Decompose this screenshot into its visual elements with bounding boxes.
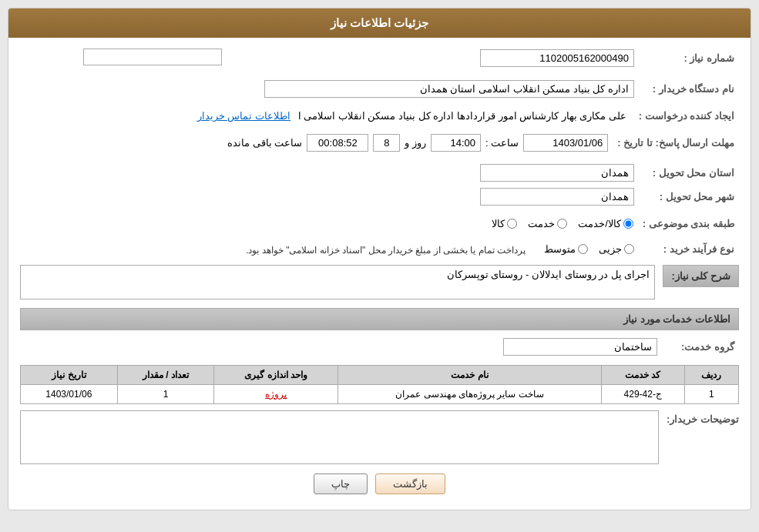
mohlat-roz-box: 8	[373, 134, 400, 152]
sharh-header: شرح کلی نیاز:	[663, 265, 739, 287]
services-table: ردیف کد خدمت نام خدمت واحد اندازه گیری ت…	[20, 365, 739, 404]
name-dastgah-label: نام دستگاه خریدار :	[639, 77, 739, 101]
sharh-box-wrapper	[20, 265, 655, 302]
mottaset-label: متوسط	[544, 243, 576, 255]
announce-box	[83, 49, 222, 65]
page-title: جزئیات اطلاعات نیاز	[331, 16, 428, 29]
info-table-dastgah: نام دستگاه خریدار : اداره کل بنیاد مسکن …	[20, 77, 739, 101]
info-table-top: شماره نیاز : 1102005162000490	[20, 45, 739, 71]
announce-value	[20, 45, 227, 71]
card-header: جزئیات اطلاعات نیاز	[8, 8, 751, 38]
col-code: کد خدمت	[601, 366, 684, 385]
mohlat-roz-label: روز و	[405, 137, 426, 149]
khadamat-label: خدمت	[528, 218, 555, 229]
footer-buttons: بازگشت چاپ	[20, 473, 739, 502]
info-table-tabaqe: طبقه بندی موضوعی : کالا/خدمت خدمت	[20, 215, 739, 233]
radio-kala[interactable]: کالا	[492, 218, 517, 229]
purchase-note: پرداخت تمام یا بخشی از مبلغ خریدار محل "…	[246, 245, 526, 256]
main-card: جزئیات اطلاعات نیاز شماره نیاز : 1102005…	[8, 8, 751, 510]
ostan-value: همدان	[20, 161, 639, 185]
col-name: نام خدمت	[338, 366, 601, 385]
tozihat-label: توضیحات خریدار:	[667, 410, 739, 425]
shahr-value: همدان	[20, 185, 639, 209]
mohlat-remaining-label: ساعت باقی مانده	[227, 137, 302, 149]
col-date: تاریخ نیاز	[21, 366, 118, 385]
shahr-box: همدان	[480, 188, 634, 206]
tabaqe-label: طبقه بندی موضوعی :	[638, 215, 739, 233]
back-button[interactable]: بازگشت	[375, 473, 445, 494]
name-dastgah-value: اداره کل بنیاد مسکن انقلاب اسلامی استان …	[20, 77, 639, 101]
shomara-niaz-value: 1102005162000490	[411, 45, 639, 71]
jozii-label: جزیی	[599, 243, 622, 255]
ostan-box: همدان	[480, 164, 634, 182]
radio-mottaset[interactable]: متوسط	[544, 243, 588, 255]
services-section-header: اطلاعات خدمات مورد نیاز	[20, 308, 739, 330]
tozihat-textarea[interactable]	[20, 410, 659, 464]
table-cell-4: 1	[117, 385, 214, 404]
name-dastgah-box: اداره کل بنیاد مسکن انقلاب اسلامی استان …	[264, 80, 634, 98]
grooh-value: ساختمان	[20, 335, 662, 359]
mohlat-countdown-box: 00:08:52	[307, 134, 368, 152]
table-cell-5: 1403/01/06	[21, 385, 118, 404]
table-row: 1ج-42-429ساخت سایر پروژه‌های مهندسی عمرا…	[21, 385, 739, 404]
ijad-value: علی مکاری بهار کارشناس امور قراردادها اد…	[20, 107, 631, 125]
radio-khadamat[interactable]: خدمت	[528, 218, 567, 229]
info-table-ostan: استان محل تحویل : همدان شهر محل تحویل : …	[20, 161, 739, 209]
table-cell-3: پروژه	[214, 385, 338, 404]
col-count: تعداد / مقدار	[117, 366, 214, 385]
kala-khadamat-label: کالا/خدمت	[578, 218, 621, 229]
info-table-ijad: ایجاد کننده درخواست : علی مکاری بهار کار…	[20, 107, 739, 125]
announce-label	[227, 45, 381, 71]
info-table-farayand: نوع فرآیند خرید : جزیی متوسط پرداخت	[20, 239, 739, 259]
shomara-niaz-label: شماره نیاز :	[639, 45, 739, 71]
grooh-label: گروه خدمت:	[662, 335, 739, 359]
shahr-label: شهر محل تحویل :	[639, 185, 739, 209]
sharh-row: شرح کلی نیاز:	[20, 265, 739, 302]
nooe-farayand-label: نوع فرآیند خرید :	[639, 239, 739, 259]
mohlat-label: مهلت ارسال پاسخ: تا تاریخ :	[613, 131, 739, 155]
kala-label: کالا	[492, 218, 505, 229]
table-cell-0: 1	[684, 385, 738, 404]
mohlat-date-box: 1403/01/06	[523, 134, 608, 152]
info-table-mohlat: مهلت ارسال پاسخ: تا تاریخ : 1403/01/06 س…	[20, 131, 739, 155]
table-cell-1: ج-42-429	[601, 385, 684, 404]
mohlat-saat-box: 14:00	[431, 134, 481, 152]
card-body: شماره نیاز : 1102005162000490 نام دستگاه…	[8, 38, 751, 510]
col-radif: ردیف	[684, 366, 738, 385]
radio-jozii[interactable]: جزیی	[599, 243, 634, 255]
info-table-grooh: گروه خدمت: ساختمان	[20, 335, 739, 359]
shomara-niaz-box: 1102005162000490	[480, 49, 634, 67]
col-unit: واحد اندازه گیری	[214, 366, 338, 385]
mohlat-values: 1403/01/06 ساعت : 14:00 روز و 8 00:08:52…	[20, 131, 613, 155]
farayand-content: جزیی متوسط پرداخت تمام یا بخشی از مبلغ خ…	[20, 239, 639, 259]
ijad-text: علی مکاری بهار کارشناس امور قراردادها اد…	[298, 110, 626, 122]
ijad-label: ایجاد کننده درخواست :	[631, 107, 739, 125]
radio-kala-khadamat[interactable]: کالا/خدمت	[578, 218, 633, 229]
table-cell-2: ساخت سایر پروژه‌های مهندسی عمران	[338, 385, 601, 404]
print-button[interactable]: چاپ	[314, 473, 368, 494]
ostan-label: استان محل تحویل :	[639, 161, 739, 185]
page-wrapper: جزئیات اطلاعات نیاز شماره نیاز : 1102005…	[0, 0, 759, 532]
mohlat-saat-label: ساعت :	[485, 137, 519, 149]
grooh-box: ساختمان	[503, 338, 657, 356]
tozihat-row: توضیحات خریدار:	[20, 410, 739, 464]
tabaqe-radios: کالا/خدمت خدمت کالا	[20, 215, 638, 233]
ijad-link[interactable]: اطلاعات تماس خریدار	[197, 110, 291, 122]
sharh-textarea[interactable]	[20, 265, 655, 299]
